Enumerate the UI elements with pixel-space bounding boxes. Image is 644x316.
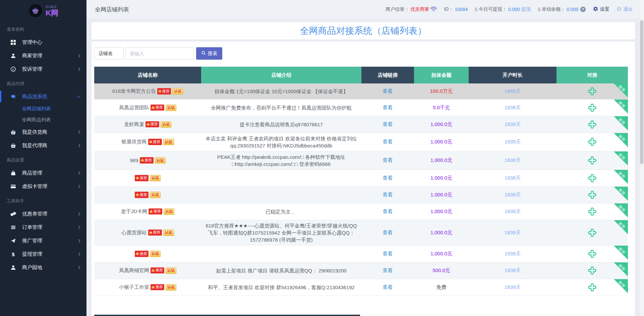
sidebar-item[interactable]: 我是供货商	[0, 125, 86, 139]
connect-plus-icon[interactable]	[588, 120, 597, 129]
sidebar-subitem[interactable]: 全网商品列表	[0, 114, 86, 125]
account-age[interactable]: 1839天	[505, 251, 521, 256]
logout-button[interactable]: 退出	[617, 6, 633, 12]
account-age[interactable]: 1839天	[505, 230, 521, 235]
sidebar-item[interactable]: 订单管理	[0, 220, 86, 234]
shop-name: 618发卡网官方公告	[112, 88, 156, 94]
chevron-right-icon	[77, 266, 80, 269]
sidebar-subitem[interactable]: 全网店铺列表	[0, 103, 86, 114]
view-shop-link[interactable]: 查看	[383, 175, 393, 181]
shop-intro: 担保金额 1元=100保证金 10元=1000保证金 【保证金不退】	[201, 83, 361, 99]
connect-plus-icon[interactable]	[588, 266, 597, 275]
account-age[interactable]: 1838天	[505, 175, 521, 181]
chevron-right-icon	[77, 239, 80, 242]
chevron-right-icon	[77, 252, 80, 256]
bottom-clipped-element	[94, 315, 360, 316]
guarantee-amount: 免费	[436, 284, 447, 290]
table-row[interactable]: 618发卡网官方公告推荐认证担保金额 1元=100保证金 10元=1000保证金…	[94, 83, 628, 99]
table-row[interactable]: 心愿货源站推荐认证618官方推荐★★★----心愿货源站、何平金鹰/王者荣誉/穿…	[94, 220, 628, 245]
search-input[interactable]	[126, 47, 194, 60]
account-age[interactable]: 1839天	[505, 139, 521, 144]
view-shop-link[interactable]: 查看	[383, 284, 393, 290]
shop-intro: 全网推广免费发布，否则平台不予通过！凤凰运营团队为你护航	[201, 99, 361, 116]
table-row[interactable]: 晓晨供货商推荐认证本店主卖 和评金鹰 王者农药的项目 欢迎各位前来对接 价格肯定…	[94, 133, 628, 151]
scrollbar[interactable]	[639, 0, 644, 316]
account-age[interactable]: 1838天	[505, 267, 521, 273]
settings-button[interactable]: 设置	[593, 6, 609, 13]
table-row[interactable]: 推荐认证查看1,000.0元1839天推荐	[94, 186, 628, 203]
view-shop-link[interactable]: 查看	[383, 251, 393, 256]
recommend-ribbon: 推荐	[614, 151, 628, 166]
table-row[interactable]: 凤凰商铺官网推荐认证如需上架项目 推广项目 请联系凤凰运营QQ： 2906019…	[94, 262, 628, 279]
guarantee-amount: 5.0千元	[433, 105, 450, 110]
sidebar-item[interactable]: 商户园地	[0, 261, 86, 274]
view-shop-link[interactable]: 查看	[383, 88, 393, 94]
table-row[interactable]: 推荐认证查看1,000.0元1839天推荐	[94, 245, 628, 262]
sidebar-item[interactable]: 商品管理	[0, 166, 86, 180]
connect-plus-icon[interactable]	[588, 174, 597, 183]
table-row[interactable]: 989推荐认证PEAK王者 http://peaknb.cccpan.com/□…	[94, 151, 628, 170]
chevron-right-icon	[77, 171, 80, 175]
table-row[interactable]: 龙虾商厦推荐认证提卡注意看商品说明售后q978078617查看1,000.0元1…	[94, 116, 628, 133]
merchant-id-value: 10084	[455, 7, 468, 12]
view-shop-link[interactable]: 查看	[383, 105, 393, 110]
account-age[interactable]: 1839天	[505, 121, 521, 127]
sidebar-item[interactable]: 推广管理	[0, 234, 86, 247]
guarantee-amount: 500.0元	[432, 267, 450, 273]
account-age[interactable]: 1838天	[505, 105, 521, 110]
scrollbar-thumb[interactable]	[640, 20, 643, 164]
sidebar-item[interactable]: 管理中心	[0, 36, 86, 49]
logo-avatar-icon: ♚	[28, 4, 43, 18]
account-age[interactable]: 1840天	[505, 88, 521, 94]
recommend-ribbon: 推荐	[614, 187, 628, 201]
view-shop-link[interactable]: 查看	[383, 139, 393, 144]
connect-plus-icon[interactable]	[588, 283, 597, 292]
sidebar-item[interactable]: 投诉管理	[0, 62, 86, 76]
search-button[interactable]: 搜索	[196, 47, 222, 60]
sidebar-item[interactable]: 虚拟卡管理	[0, 180, 86, 193]
withdraw-link[interactable]: 提现	[521, 6, 531, 12]
view-shop-link[interactable]: 查看	[383, 208, 393, 214]
table-row[interactable]: 推荐认证查看1,000.0元1838天推荐	[94, 170, 628, 186]
app-root: ♚ XIAO K网 基本资料管理中心商家管理投诉管理商品代理商品池系统全网店铺列…	[0, 0, 644, 316]
connect-plus-icon[interactable]	[588, 87, 597, 96]
unsettled-label: 未结余额：	[542, 6, 565, 12]
recommend-ribbon: 推荐	[614, 133, 628, 147]
sidebar-item[interactable]: 我是代理商	[0, 139, 86, 152]
view-shop-link[interactable]: 查看	[383, 267, 393, 273]
sidebar-item[interactable]: 商品池系统	[0, 90, 86, 103]
view-shop-link[interactable]: 查看	[383, 230, 393, 235]
connect-plus-icon[interactable]	[588, 207, 597, 216]
shop-name-cell: 推荐认证	[94, 186, 201, 203]
connect-plus-icon[interactable]	[588, 156, 597, 165]
account-age[interactable]: 1839天	[505, 284, 521, 290]
account-age[interactable]: 1839天	[505, 192, 521, 197]
view-shop-link[interactable]: 查看	[383, 192, 393, 197]
shop-intro: PEAK王者 http://peaknb.cccpan.com/□ 各种软件下载…	[201, 151, 361, 170]
help-icon[interactable]: ?	[580, 7, 586, 12]
verified-badge: 认证	[164, 208, 174, 215]
table-row[interactable]: 凤凰运营团队推荐认证全网推广免费发布，否则平台不予通过！凤凰运营团队为你护航查看…	[94, 99, 628, 116]
thumb-up-icon	[152, 106, 155, 110]
search-type-select[interactable]: 店铺名	[94, 47, 124, 60]
sidebar-item[interactable]: $提现管理	[0, 247, 86, 261]
account-age[interactable]: 1839天	[505, 157, 521, 163]
sidebar-item[interactable]: 商家管理	[0, 49, 86, 62]
sidebar-item-label: 商品管理	[22, 170, 42, 176]
column-header: 担保金额	[414, 67, 469, 83]
search-button-label: 搜索	[208, 51, 217, 57]
view-shop-link[interactable]: 查看	[383, 121, 393, 127]
connect-plus-icon[interactable]	[588, 249, 597, 258]
connect-plus-icon[interactable]	[588, 137, 597, 146]
connect-plus-icon[interactable]	[588, 190, 597, 199]
recommend-ribbon: 推荐	[614, 116, 628, 130]
recommend-ribbon: 推荐	[614, 170, 628, 184]
table-row[interactable]: 小猴子工作室推荐认证和平、王者首发项目 欢迎对接 群541926496，客服Q:…	[94, 279, 628, 296]
connect-plus-icon[interactable]	[588, 228, 597, 237]
merchant-credit-value: 优质商家	[410, 6, 429, 12]
connect-plus-icon[interactable]	[588, 103, 597, 112]
table-row[interactable]: 老于JD卡网推荐认证已稳定为主 、查看1,000.0元1839天推荐	[94, 203, 628, 220]
view-shop-link[interactable]: 查看	[383, 157, 393, 163]
sidebar-item[interactable]: 优惠券管理	[0, 207, 86, 220]
account-age[interactable]: 1839天	[505, 208, 521, 214]
